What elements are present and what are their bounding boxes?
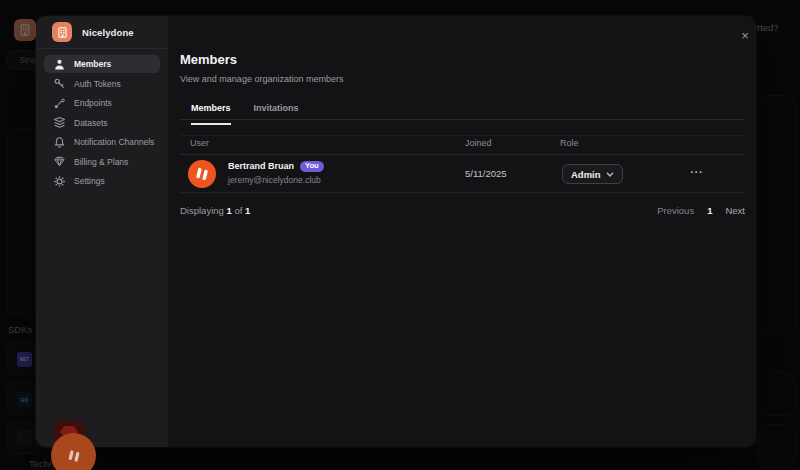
next-button[interactable]: Next (725, 205, 745, 216)
column-joined: Joined (465, 138, 492, 148)
sidebar-item-label: Settings (74, 176, 105, 186)
sidebar-item-label: Members (74, 59, 111, 69)
org-settings-modal: Nicelydone Members Auth Tokens Endpoints (36, 16, 756, 447)
member-email: jeremy@nicelydone.club (228, 175, 324, 185)
column-user: User (190, 138, 209, 148)
sidebar-item-label: Endpoints (74, 98, 112, 108)
avatar (188, 160, 216, 188)
chat-launcher-button[interactable] (51, 433, 96, 470)
sidebar-item-label: Billing & Plans (74, 157, 128, 167)
sidebar-item-settings[interactable]: Settings (44, 172, 160, 190)
members-tabs: Members Invitations (180, 103, 745, 120)
org-name: Nicelydone (82, 27, 134, 38)
sidebar-item-datasets[interactable]: Datasets (44, 114, 160, 132)
total-value: 1 (245, 205, 250, 216)
layers-icon (53, 116, 66, 129)
role-dropdown[interactable]: Admin (562, 164, 623, 184)
table-header: User Joined Role (180, 138, 745, 154)
sidebar-item-auth-tokens[interactable]: Auth Tokens (44, 75, 160, 93)
sidebar-item-label: Auth Tokens (74, 79, 121, 89)
pagination: Previous 1 Next (657, 205, 745, 216)
tab-members[interactable]: Members (191, 103, 231, 119)
settings-sidebar: Nicelydone Members Auth Tokens Endpoints (36, 16, 168, 447)
person-icon (53, 58, 66, 71)
bell-icon (53, 136, 66, 149)
row-border (180, 192, 745, 193)
of-label: of (234, 205, 242, 216)
member-name: Bertrand Bruan (228, 161, 294, 171)
chevron-down-icon (606, 172, 614, 177)
sidebar-nav: Members Auth Tokens Endpoints Datasets N… (44, 55, 160, 192)
gear-icon (53, 175, 66, 188)
member-joined-date: 5/11/2025 (465, 168, 507, 179)
building-icon (56, 26, 69, 39)
sidebar-item-notification-channels[interactable]: Notification Channels (44, 133, 160, 151)
nicelydone-logo-icon (61, 443, 87, 469)
org-header: Nicelydone (36, 16, 168, 49)
screen: { "backdrop": { "search_placeholder": "S… (0, 0, 800, 470)
displaying-label: Displaying (180, 205, 224, 216)
displaying-value: 1 (226, 205, 231, 216)
sidebar-item-members[interactable]: Members (44, 55, 160, 73)
page-subtitle: View and manage organization members (180, 74, 343, 84)
endpoint-icon (53, 97, 66, 110)
displaying-count: Displaying 1 of 1 (180, 205, 250, 216)
org-logo (52, 22, 72, 42)
key-icon (53, 77, 66, 90)
table-footer: Displaying 1 of 1 Previous 1 Next (180, 202, 745, 218)
members-content: Members View and manage organization mem… (180, 16, 745, 447)
settings-main-panel: × Members View and manage organization m… (168, 16, 756, 447)
role-value: Admin (571, 169, 601, 180)
previous-button[interactable]: Previous (657, 205, 694, 216)
sidebar-item-label: Datasets (74, 118, 108, 128)
nicelydone-logo-icon (188, 160, 216, 188)
row-menu-button[interactable]: ··· (683, 164, 711, 182)
gem-icon (53, 155, 66, 168)
you-badge: You (300, 161, 324, 172)
page-title: Members (180, 52, 237, 67)
tab-invitations[interactable]: Invitations (254, 103, 299, 119)
table-row: Bertrand Bruan You jeremy@nicelydone.clu… (180, 155, 745, 192)
sidebar-item-label: Notification Channels (74, 137, 154, 147)
user-info: Bertrand Bruan You jeremy@nicelydone.clu… (228, 161, 324, 185)
column-role: Role (560, 138, 579, 148)
sidebar-item-billing-plans[interactable]: Billing & Plans (44, 153, 160, 171)
sidebar-item-endpoints[interactable]: Endpoints (44, 94, 160, 112)
table-top-border (180, 135, 745, 136)
current-page: 1 (707, 205, 712, 216)
